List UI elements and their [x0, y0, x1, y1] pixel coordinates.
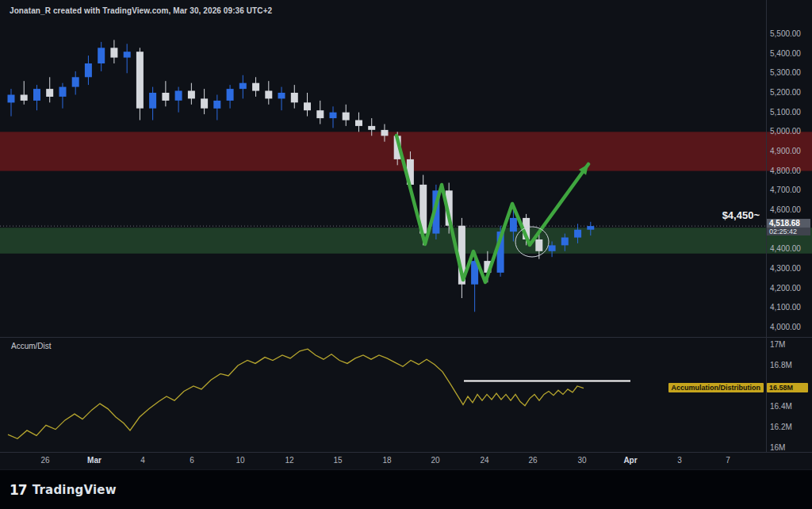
tradingview-chart-screenshot: 5,500.005,400.005,300.005,200.005,100.00…	[0, 0, 812, 509]
indicator-pane-title[interactable]: Accum/Dist	[11, 342, 52, 350]
indicator-value-badge: 16.58M	[767, 383, 808, 392]
price-zones[interactable]	[0, 132, 812, 254]
chart-canvas[interactable]	[0, 0, 812, 469]
time-axis[interactable]	[0, 452, 766, 469]
current-price-badge: 4,518.68 02:25:42	[767, 219, 810, 235]
tradingview-logo[interactable]: 17 TradingView	[10, 482, 117, 498]
demand-zone[interactable]	[0, 228, 812, 254]
accum-dist-line	[8, 349, 584, 438]
bar-countdown: 02:25:42	[767, 228, 810, 235]
candlestick-series	[8, 40, 595, 312]
price-target-label[interactable]: $4,450~	[722, 209, 760, 221]
indicator-name-badge: Accumulation/Distribution	[668, 383, 764, 392]
footer-bar: 17 TradingView	[0, 469, 812, 509]
current-price-value: 4,518.68	[767, 219, 810, 228]
tradingview-logo-text: TradingView	[33, 483, 117, 497]
tradingview-logo-icon: 17	[10, 482, 27, 498]
attribution-text: Jonatan_R created with TradingView.com, …	[10, 6, 272, 15]
